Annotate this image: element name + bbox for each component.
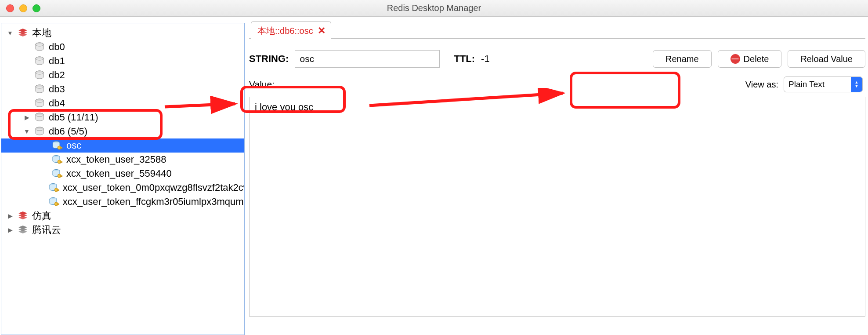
window-maximize-button[interactable]	[33, 4, 40, 12]
titlebar: Redis Desktop Manager	[0, 0, 868, 17]
tree-item-label: xcx_user_token_ffcgkm3r05iumlpx3mqum7wpv…	[63, 196, 245, 208]
disclosure-triangle-icon[interactable]: ▼	[6, 29, 14, 37]
window-controls	[6, 4, 40, 12]
tree-item-label: db5 (11/11)	[49, 112, 98, 123]
database-icon	[34, 42, 45, 52]
key-type-label: STRING:	[249, 53, 289, 65]
redis-connection-icon	[17, 28, 29, 38]
key-item[interactable]: ▼xcx_user_token_0m0pxqwzg8flsvzf2tak2cw2…	[1, 181, 244, 195]
connection-item[interactable]: ▶腾讯云	[1, 223, 244, 237]
tree-item-label: 仿真	[32, 209, 51, 222]
viewas-selected: Plain Text	[788, 80, 825, 89]
key-item[interactable]: ▼xcx_user_token_ffcgkm3r05iumlpx3mqum7wp…	[1, 195, 244, 209]
tree-item-label: 腾讯云	[32, 223, 61, 237]
viewas-label: View as:	[745, 80, 778, 90]
tree-item-label: xcx_token_user_559440	[66, 168, 172, 179]
tab-close-icon[interactable]: ✕	[318, 25, 326, 36]
tab-title: 本地::db6::osc	[257, 25, 313, 37]
key-icon	[51, 155, 63, 164]
window-title: Redis Desktop Manager	[387, 3, 481, 13]
database-icon	[34, 56, 45, 66]
key-icon	[49, 197, 59, 207]
tab-key[interactable]: 本地::db6::osc ✕	[251, 21, 331, 39]
disclosure-triangle-icon[interactable]: ▶	[22, 113, 31, 122]
key-item[interactable]: ▼xcx_token_user_559440	[1, 167, 244, 181]
svg-rect-16	[60, 147, 62, 149]
redis-connection-icon	[17, 225, 29, 235]
connection-tree[interactable]: ▼本地▼db0▼db1▼db2▼db3▼db4▶db5 (11/11)▼db6 …	[1, 23, 245, 335]
database-item[interactable]: ▼db0	[1, 40, 244, 54]
tree-item-label: db2	[49, 69, 65, 81]
ttl-value: -1	[481, 53, 490, 65]
database-item[interactable]: ▶db5 (11/11)	[1, 110, 244, 124]
tree-item-label: db4	[49, 98, 65, 109]
tree-item-label: db3	[49, 84, 65, 95]
connection-item[interactable]: ▶仿真	[1, 209, 244, 223]
key-item[interactable]: ▼xcx_token_user_32588	[1, 153, 244, 167]
select-arrows-icon: ▲▼	[851, 77, 862, 92]
ttl-label: TTL:	[454, 53, 475, 65]
svg-rect-22	[60, 175, 62, 177]
window-close-button[interactable]	[6, 4, 14, 12]
tree-item-label: db1	[49, 55, 65, 67]
redis-connection-icon	[17, 211, 29, 221]
key-item[interactable]: ▼osc	[1, 138, 244, 153]
key-icon	[51, 141, 63, 150]
key-name-input[interactable]	[295, 50, 440, 68]
database-icon	[34, 113, 45, 122]
tree-item-label: osc	[66, 140, 81, 151]
tab-bar: 本地::db6::osc ✕	[249, 20, 865, 39]
disclosure-triangle-icon[interactable]: ▶	[6, 226, 14, 234]
value-content: i love you osc	[255, 102, 313, 113]
key-header-row: STRING: TTL: -1 Rename — Delete Reload V…	[249, 50, 865, 68]
database-icon	[34, 84, 45, 94]
disclosure-triangle-icon[interactable]: ▶	[6, 211, 14, 220]
value-label: Value:	[249, 79, 275, 90]
window-minimize-button[interactable]	[19, 4, 27, 12]
rename-button[interactable]: Rename	[653, 50, 712, 68]
database-icon	[34, 127, 45, 136]
content-area: 本地::db6::osc ✕ STRING: TTL: -1 Rename — …	[245, 17, 868, 335]
database-item[interactable]: ▼db3	[1, 82, 244, 96]
database-item[interactable]: ▼db2	[1, 68, 244, 82]
tree-item-label: 本地	[32, 26, 51, 40]
database-icon	[34, 98, 45, 108]
tree-item-label: db0	[49, 41, 65, 53]
value-textarea[interactable]: i love you osc	[249, 97, 865, 317]
disclosure-triangle-icon[interactable]: ▼	[22, 127, 31, 136]
delete-button[interactable]: — Delete	[718, 50, 782, 68]
tree-item-label: xcx_user_token_0m0pxqwzg8flsvzf2tak2cw2q…	[63, 182, 245, 193]
database-item[interactable]: ▼db6 (5/5)	[1, 124, 244, 138]
key-icon	[49, 183, 59, 193]
connection-item[interactable]: ▼本地	[1, 26, 244, 40]
delete-button-label: Delete	[744, 54, 769, 64]
rename-button-label: Rename	[665, 54, 699, 64]
tree-item-label: db6 (5/5)	[49, 126, 87, 137]
database-item[interactable]: ▼db1	[1, 54, 244, 68]
reload-button-label: Reload Value	[800, 54, 853, 64]
reload-button[interactable]: Reload Value	[788, 50, 865, 68]
svg-rect-19	[60, 161, 62, 163]
key-icon	[51, 169, 63, 178]
delete-icon: —	[731, 54, 740, 64]
viewas-select[interactable]: Plain Text ▲▼	[784, 76, 863, 92]
database-item[interactable]: ▼db4	[1, 96, 244, 110]
svg-rect-25	[57, 189, 59, 191]
database-icon	[34, 70, 45, 80]
tree-item-label: xcx_token_user_32588	[66, 154, 166, 165]
svg-rect-28	[57, 204, 59, 205]
